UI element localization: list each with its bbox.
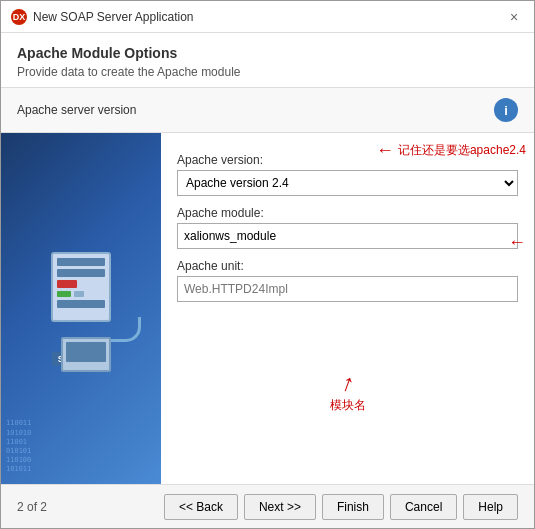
apache-module-group: Apache module:: [177, 206, 518, 249]
cancel-button[interactable]: Cancel: [390, 494, 457, 520]
annotation-text-1: 记住还是要选apache2.4: [398, 142, 526, 159]
apache-unit-label: Apache unit:: [177, 259, 518, 273]
server-slot-sm: [74, 291, 84, 297]
header-section: Apache Module Options Provide data to cr…: [1, 33, 534, 88]
footer-buttons: << Back Next >> Finish Cancel Help: [164, 494, 518, 520]
server-slot-red: [57, 280, 77, 288]
form-panel: Apache version: Apache version 2.4 Apach…: [161, 133, 534, 484]
header-subtitle: Provide data to create the Apache module: [17, 65, 518, 79]
server-slot-2: [57, 269, 105, 277]
next-button[interactable]: Next >>: [244, 494, 316, 520]
binary-text: 11001110101011001010101110100101011: [6, 419, 31, 474]
server-slot-green: [57, 291, 71, 297]
annotation-2-group: ↑ 模块名: [330, 371, 366, 414]
annotation-1-group: ← 记住还是要选apache2.4: [376, 141, 526, 159]
server-slot-1: [57, 258, 105, 266]
apache-unit-group: Apache unit:: [177, 259, 518, 302]
dialog: DX New SOAP Server Application × Apache …: [0, 0, 535, 529]
section-header: Apache server version i: [1, 88, 534, 133]
arrow-icon-3: ←: [508, 233, 526, 251]
annotation-text-2: 模块名: [330, 397, 366, 414]
page-info: 2 of 2: [17, 500, 47, 514]
info-button[interactable]: i: [494, 98, 518, 122]
title-bar-left: DX New SOAP Server Application: [11, 9, 194, 25]
back-button[interactable]: << Back: [164, 494, 238, 520]
server-slot-3: [57, 300, 105, 308]
dx-icon: DX: [11, 9, 27, 25]
dialog-title: New SOAP Server Application: [33, 10, 194, 24]
footer: 2 of 2 << Back Next >> Finish Cancel Hel…: [1, 484, 534, 528]
main-content: SERVICE 11001110101011001010101110100101…: [1, 133, 534, 484]
annotation-3-group: ←: [508, 233, 526, 251]
arrow-icon-1: ←: [376, 141, 394, 159]
apache-version-group: Apache version: Apache version 2.4 Apach…: [177, 153, 518, 196]
apache-module-input[interactable]: [177, 223, 518, 249]
section-title: Apache server version: [17, 103, 136, 117]
header-title: Apache Module Options: [17, 45, 518, 61]
apache-unit-input[interactable]: [177, 276, 518, 302]
monitor-screen: [66, 342, 106, 362]
content-area: Apache server version i: [1, 88, 534, 484]
monitor: [61, 337, 111, 372]
help-button[interactable]: Help: [463, 494, 518, 520]
image-panel: SERVICE 11001110101011001010101110100101…: [1, 133, 161, 484]
arrow-icon-2: ↑: [338, 370, 357, 397]
apache-version-select[interactable]: Apache version 2.4 Apache version 2.2: [177, 170, 518, 196]
server-illustration: [51, 252, 111, 322]
finish-button[interactable]: Finish: [322, 494, 384, 520]
title-bar: DX New SOAP Server Application ×: [1, 1, 534, 33]
close-button[interactable]: ×: [504, 7, 524, 27]
apache-module-label: Apache module:: [177, 206, 518, 220]
